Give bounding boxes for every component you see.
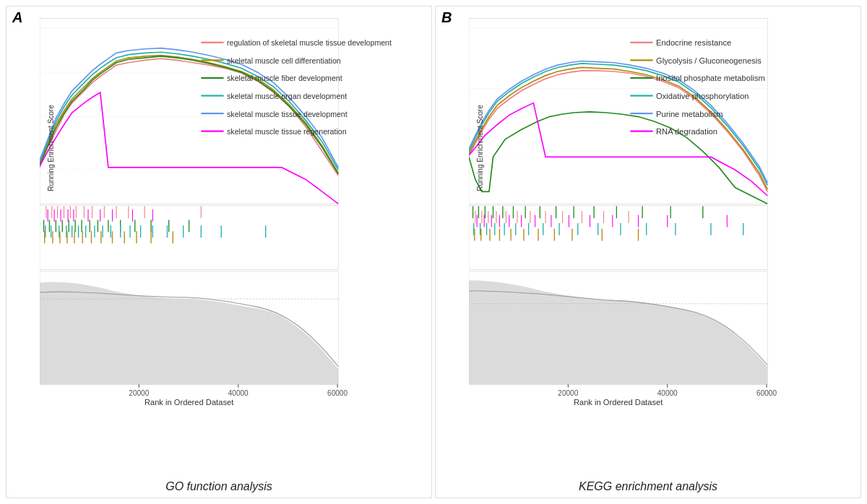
svg-text:skeletal muscle tissue regener: skeletal muscle tissue regeneration	[227, 127, 347, 136]
svg-text:skeletal muscle tissue develop: skeletal muscle tissue development	[227, 110, 348, 118]
svg-text:60000: 60000	[327, 389, 348, 397]
panel-b: B Running Enrichment Score 0.50 0.25 0.0…	[435, 6, 861, 498]
svg-text:Endocrine resistance: Endocrine resistance	[656, 38, 731, 47]
panel-b-title: KEGG enrichment analysis	[436, 477, 860, 498]
svg-text:20000: 20000	[129, 389, 149, 397]
svg-text:Glycolysis / Gluconeogenesis: Glycolysis / Gluconeogenesis	[656, 56, 762, 65]
svg-text:Rank in Ordered Dataset: Rank in Ordered Dataset	[144, 398, 234, 407]
svg-text:Inositol phosphate metabolism: Inositol phosphate metabolism	[656, 74, 765, 82]
svg-text:60000: 60000	[756, 389, 777, 397]
panel-a-title: GO function analysis	[7, 477, 431, 498]
main-container: A Running Enrichment Score 0.6 0.4 0.2 0…	[0, 0, 867, 504]
svg-text:RNA degradation: RNA degradation	[656, 127, 717, 136]
svg-text:40000: 40000	[657, 389, 678, 397]
panel-a: A Running Enrichment Score 0.6 0.4 0.2 0…	[6, 6, 432, 498]
panel-b-y-label: Running Enrichment Score	[476, 105, 484, 191]
panel-a-y-label: Running Enrichment Score	[47, 105, 55, 191]
svg-text:20000: 20000	[558, 389, 578, 397]
svg-text:skeletal muscle fiber developm: skeletal muscle fiber development	[227, 74, 342, 82]
svg-text:Oxidative phosphorylation: Oxidative phosphorylation	[656, 92, 749, 100]
svg-text:Rank in Ordered Dataset: Rank in Ordered Dataset	[574, 398, 663, 407]
svg-text:40000: 40000	[228, 389, 249, 397]
svg-text:skeletal muscle cell different: skeletal muscle cell differentiation	[227, 56, 341, 65]
svg-text:skeletal muscle organ developm: skeletal muscle organ development	[227, 92, 347, 100]
panel-b-chart: 0.50 0.25 0.00	[469, 11, 856, 477]
panel-a-chart: 0.6 0.4 0.2 0.0	[40, 11, 427, 477]
svg-text:Purine metabolism: Purine metabolism	[656, 110, 722, 118]
svg-text:regulation of skeletal muscle : regulation of skeletal muscle tissue dev…	[227, 38, 392, 47]
